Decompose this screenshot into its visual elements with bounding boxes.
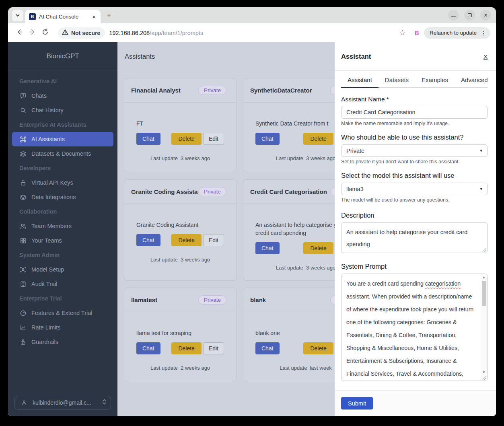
back-icon	[16, 28, 23, 37]
chat-button[interactable]: Chat	[255, 133, 280, 145]
tab-assistant[interactable]: Assistant	[341, 76, 379, 87]
delete-button[interactable]: Delete	[303, 242, 333, 254]
forward-icon	[29, 28, 36, 37]
sidebar-item-label: Rate Limits	[31, 324, 61, 331]
close-button[interactable]: ×	[480, 10, 491, 21]
last-update-value: 3 weeks ago	[181, 155, 210, 161]
delete-button[interactable]: Delete	[303, 342, 333, 354]
assistant-name-helper: Make the name memorable and imply it's u…	[341, 121, 488, 126]
chevron-down-icon	[15, 12, 20, 19]
sidebar-item-label: Chat History	[31, 107, 64, 113]
sidebar-item-your-teams[interactable]: Your Teams	[8, 233, 117, 248]
sidebar-item-chats[interactable]: Chats	[8, 88, 117, 103]
chat-button[interactable]: Chat	[136, 133, 160, 145]
chat-button[interactable]: Chat	[255, 342, 280, 354]
panel-title: Assistant	[341, 53, 483, 60]
scroll-down-icon[interactable]: ▼	[481, 369, 487, 375]
section-collaboration: Collaboration	[8, 204, 117, 219]
tab-datasets[interactable]: Datasets	[379, 76, 415, 87]
last-update-value: 3 weeks ago	[306, 155, 335, 161]
sidebar-item-data-integrations[interactable]: Data Integrations	[8, 190, 117, 204]
assistant-form: Assistant Name * Credit Card Categorisat…	[335, 88, 496, 381]
browser-window: B AI Chat Console × + × Not secure 192.1…	[8, 7, 496, 416]
minimize-button[interactable]	[448, 10, 459, 21]
prompt-text-after: assistant. When provided with a descript…	[346, 293, 473, 377]
card-title: Granite Coding Assistant	[131, 188, 198, 195]
browser-tab[interactable]: B AI Chat Console ×	[25, 10, 101, 23]
sidebar-item-ai-assistants[interactable]: AI Assistants	[12, 132, 113, 146]
not-secure-chip[interactable]: Not secure	[58, 27, 105, 39]
textarea-scrollbar[interactable]: ▲ ▼	[481, 274, 487, 380]
sidebar: BionicGPT Generative AI Chats Chat Histo…	[8, 42, 117, 416]
sidebar-item-guardrails[interactable]: Guardrails	[8, 335, 117, 349]
bookmark-star-icon[interactable]: ☆	[395, 28, 410, 37]
edit-button[interactable]: Edit	[203, 342, 224, 354]
delete-button[interactable]: Delete	[171, 342, 201, 354]
card-description: Granite Coding Assistant	[136, 221, 224, 229]
panel-tabs: Assistant Datasets Examples Advanced	[341, 76, 488, 88]
forward-button[interactable]	[26, 27, 39, 39]
sidebar-item-audit-trail[interactable]: Audit Trail	[8, 277, 117, 291]
visibility-value: Private	[346, 148, 364, 154]
card-body: Granite Coding Assistant Chat Delete Edi…	[124, 204, 236, 280]
private-badge: Private	[198, 86, 226, 95]
assistant-name-input[interactable]: Credit Card Categorisation	[341, 106, 488, 119]
caret-down-icon: ▾	[480, 148, 482, 153]
new-tab-button[interactable]: +	[104, 10, 114, 21]
extension-icon[interactable]: B	[410, 29, 424, 36]
model-select[interactable]: llama3 ▾	[341, 183, 488, 195]
grid-icon	[19, 237, 27, 244]
private-badge: Private	[198, 295, 226, 305]
sidebar-item-team-members[interactable]: Team Members	[8, 219, 117, 233]
system-prompt-textarea[interactable]: You are a credit card spending categoris…	[341, 274, 488, 381]
relaunch-button[interactable]: Relaunch to update ⋮	[424, 27, 490, 39]
menu-kebab-icon[interactable]: ⋮	[481, 30, 486, 36]
app-content: BionicGPT Generative AI Chats Chat Histo…	[8, 42, 496, 416]
search-icon	[19, 107, 27, 114]
tab-close-icon[interactable]: ×	[91, 13, 97, 20]
sidebar-item-features-extend-trial[interactable]: Features & Extend Trial	[8, 306, 117, 320]
reload-button[interactable]	[39, 27, 51, 39]
sidebar-item-rate-limits[interactable]: Rate Limits	[8, 320, 117, 335]
description-textarea[interactable]: An assistant to help categorise your cre…	[341, 222, 488, 253]
sidebar-item-virtual-api-keys[interactable]: Virtual API Keys	[8, 175, 117, 190]
window-controls: ×	[448, 10, 491, 21]
section-generative-ai: Generative AI	[8, 74, 117, 88]
edit-button[interactable]: Edit	[203, 234, 224, 246]
resize-grip-icon[interactable]	[482, 248, 486, 252]
delete-button[interactable]: Delete	[303, 133, 333, 145]
tab-search-button[interactable]	[12, 10, 23, 21]
last-update: Last update 2 weeks ago	[136, 365, 224, 371]
url-host: 192.168.86.208	[109, 30, 150, 36]
chat-button[interactable]: Chat	[136, 234, 160, 246]
sidebar-item-chat-history[interactable]: Chat History	[8, 103, 117, 117]
panel-close-button[interactable]: X	[483, 53, 488, 60]
tab-advanced[interactable]: Advanced	[455, 76, 494, 87]
chat-button[interactable]: Chat	[255, 242, 280, 254]
tab-favicon: B	[29, 13, 36, 20]
assistant-name-label: Assistant Name *	[341, 96, 488, 103]
url-bar[interactable]: 192.168.86.208/app/team/1/prompts	[109, 30, 203, 36]
tab-examples[interactable]: Examples	[415, 76, 455, 87]
user-account-selector[interactable]: kulbinderdio@gmail.c...	[14, 396, 111, 410]
sidebar-item-label: Guardrails	[31, 339, 58, 345]
guard-person-icon	[19, 338, 27, 346]
submit-button[interactable]: Submit	[341, 397, 373, 410]
delete-button[interactable]: Delete	[171, 234, 201, 246]
maximize-button[interactable]	[464, 10, 475, 21]
panel-header: Assistant X	[335, 42, 496, 71]
card-header: Granite Coding Assistant Private	[124, 180, 236, 204]
model-helper: The model will be used to answer any que…	[341, 197, 488, 203]
delete-button[interactable]: Delete	[171, 133, 201, 145]
scrollbar-thumb[interactable]	[482, 281, 486, 306]
chat-button[interactable]: Chat	[136, 342, 160, 354]
back-button[interactable]	[13, 27, 26, 39]
sidebar-item-label: Datasets & Documents	[31, 150, 91, 157]
edit-button[interactable]: Edit	[203, 133, 224, 145]
scroll-up-icon[interactable]: ▲	[481, 274, 487, 280]
sidebar-item-model-setup[interactable]: Model Setup	[8, 262, 117, 277]
sidebar-item-datasets-documents[interactable]: Datasets & Documents	[8, 146, 117, 161]
browser-toolbar: Not secure 192.168.86.208/app/team/1/pro…	[8, 23, 496, 42]
last-update-value: 3 weeks ago	[306, 265, 335, 271]
visibility-select[interactable]: Private ▾	[341, 144, 488, 157]
